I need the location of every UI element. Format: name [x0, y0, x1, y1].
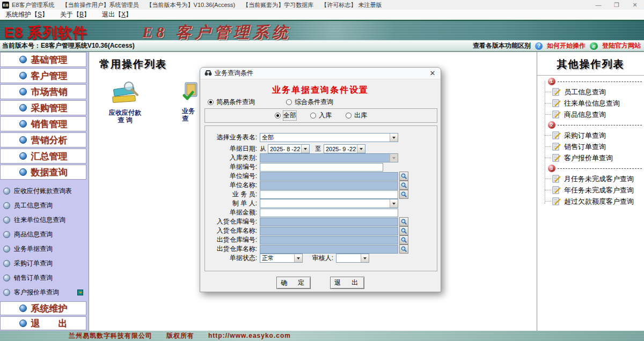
- panel-item-yearly-task-query[interactable]: 年任务未完成客户查询: [544, 184, 644, 196]
- sidebar-item-system-maintenance[interactable]: 系统维护: [0, 301, 86, 315]
- version-bar: 当前版本号：E8客户管理系统V10.36(Access) 查看各版本功能区别 ?…: [0, 41, 644, 52]
- radio-icon: [346, 113, 352, 118]
- dialog-close-icon[interactable]: ✕: [425, 68, 441, 79]
- sidebar-item-data-query[interactable]: 数据查询: [0, 165, 86, 180]
- sidebar-item-label: 数据查询: [31, 166, 68, 179]
- radio-all[interactable]: 全部: [275, 111, 296, 120]
- auditor-select[interactable]: [336, 254, 369, 263]
- sphere-icon: [19, 56, 27, 63]
- salesperson-input[interactable]: [260, 190, 398, 199]
- help-icon[interactable]: ?: [535, 42, 543, 50]
- sidebar-item-label: 客户管理: [31, 70, 68, 82]
- website-icon[interactable]: e: [590, 42, 598, 50]
- doc-number-input[interactable]: [260, 163, 383, 172]
- menu-system-maintenance[interactable]: 系统维护【S】: [5, 10, 48, 19]
- sidebar-item-summary-mgmt[interactable]: 汇总管理: [0, 149, 86, 164]
- date-from-select[interactable]: 2025- 8 -22: [268, 144, 310, 153]
- radio-icon: [286, 99, 292, 105]
- radio-simple-query[interactable]: 简易条件查询: [208, 98, 255, 107]
- group-header-3: 3: [544, 164, 644, 173]
- chevron-down-icon[interactable]: [361, 254, 369, 262]
- subnav-sales-order-query[interactable]: 销售订单查询: [0, 271, 89, 285]
- sidebar-item-exit[interactable]: 退 出: [0, 316, 86, 330]
- chevron-down-icon[interactable]: [301, 145, 309, 153]
- maximize-button[interactable]: ❐: [608, 0, 626, 10]
- lookup-button[interactable]: [399, 217, 408, 226]
- panel-item-purchase-order-query[interactable]: 采购订单查询: [544, 130, 644, 141]
- close-button[interactable]: ✕: [626, 0, 644, 10]
- subnav-label: 应收应付账款查询表: [14, 187, 72, 196]
- sidebar-item-purchasing[interactable]: 采购管理: [0, 100, 86, 115]
- subnav-business-doc-query[interactable]: 业务单据查询: [0, 242, 89, 256]
- sidebar-item-marketing[interactable]: 市场营销: [0, 84, 86, 99]
- panel-item-partner-info-query[interactable]: 往来单位信息查询: [544, 98, 644, 109]
- sidebar-item-customer-mgmt[interactable]: 客户管理: [0, 68, 86, 83]
- lookup-button[interactable]: [399, 235, 408, 244]
- panel-item-label: 超过欠款额度客户查询: [564, 197, 634, 206]
- compare-versions-link[interactable]: 查看各版本功能区别: [473, 41, 531, 50]
- lookup-button[interactable]: [399, 172, 408, 181]
- doc-status-select[interactable]: 正常: [260, 254, 303, 263]
- subnav-product-info-query[interactable]: 商品信息查询: [0, 227, 89, 242]
- inbound-warehouse-code-input[interactable]: [260, 218, 398, 226]
- field-label: 出货仓库名称:: [205, 244, 260, 254]
- panel-item-customer-quote-query[interactable]: 客户报价单查询: [544, 152, 644, 164]
- subnav-purchase-order-query[interactable]: 采购订单查询: [0, 256, 89, 271]
- lookup-button[interactable]: [399, 226, 408, 235]
- radio-inbound[interactable]: 入库: [310, 111, 332, 120]
- sidebar-item-marketing-analysis[interactable]: 营销分析: [0, 132, 86, 147]
- menu-label: 】: [42, 11, 48, 18]
- panel-item-sales-order-query[interactable]: 销售订单查询: [544, 141, 644, 152]
- header-banner: E8 系列软件 E8 客户管理系统: [0, 20, 644, 41]
- query-fields-group: 选择业务表名: 全部 单据日期: 从 2025- 8 -22 至 2025- 9…: [204, 125, 437, 271]
- unit-name-input[interactable]: [260, 181, 398, 190]
- clock-icon: [3, 188, 10, 195]
- clock-icon: [3, 217, 10, 224]
- outbound-warehouse-code-input[interactable]: [260, 236, 398, 244]
- radio-combined-query[interactable]: 综合条件查询: [286, 98, 333, 107]
- panel-item-employee-info-query[interactable]: 员工信息查询: [544, 86, 644, 98]
- app-logo-icon: E8: [2, 2, 9, 9]
- menu-exit[interactable]: 退出【X】: [102, 10, 132, 19]
- chevron-down-icon[interactable]: [294, 254, 302, 262]
- radio-outbound[interactable]: 出库: [346, 111, 367, 120]
- business-table-select[interactable]: 全部: [260, 133, 398, 142]
- date-to-select[interactable]: 2025- 9 -22: [324, 144, 365, 153]
- dropdown-marker-icon[interactable]: [77, 290, 83, 295]
- sidebar-item-basic-mgmt[interactable]: 基础管理: [0, 52, 86, 67]
- radio-icon: [275, 113, 281, 118]
- subnav-receivable-payable-query[interactable]: 应收应付账款查询表: [0, 184, 89, 198]
- number-2-icon: 2: [548, 121, 555, 129]
- subnav-customer-quote-query[interactable]: 客户报价单查询: [0, 285, 89, 300]
- doc-maker-select[interactable]: [260, 199, 398, 208]
- minimize-button[interactable]: —: [589, 0, 608, 10]
- ok-button[interactable]: 确 定: [276, 277, 311, 289]
- sidebar-item-sales-mgmt[interactable]: 销售管理: [0, 116, 86, 131]
- outbound-warehouse-name-input[interactable]: [260, 245, 398, 254]
- how-to-start-link[interactable]: 如何开始操作: [547, 41, 586, 50]
- panel-item-label: 销售订单查询: [564, 142, 606, 152]
- field-label: 入货仓库编号:: [205, 217, 260, 226]
- shortcut-receivable-payable-query[interactable]: 应收应付款 查 询: [104, 80, 147, 124]
- field-label: 业 务 员:: [205, 190, 260, 199]
- chevron-down-icon[interactable]: [357, 145, 365, 153]
- subnav-partner-info-query[interactable]: 往来单位信息查询: [0, 213, 89, 227]
- inbound-warehouse-name-input[interactable]: [260, 227, 398, 235]
- doc-amount-input[interactable]: [260, 209, 398, 217]
- exit-button[interactable]: 退 出: [330, 277, 364, 289]
- lookup-button[interactable]: [399, 244, 408, 254]
- panel-item-over-credit-query[interactable]: 超过欠款额度客户查询: [544, 196, 644, 207]
- chevron-down-icon[interactable]: [390, 199, 398, 207]
- official-site-link[interactable]: 登陆官方网站: [602, 41, 641, 50]
- shortcut-business-doc-query[interactable]: 业务 查: [182, 81, 199, 122]
- subnav-employee-info-query[interactable]: 员工信息查询: [0, 198, 89, 213]
- chevron-down-icon[interactable]: [390, 134, 398, 142]
- panel-item-monthly-task-query[interactable]: 月任务未完成客户查询: [544, 173, 644, 184]
- panel-item-product-info-query[interactable]: 商品信息查询: [544, 109, 644, 120]
- lookup-button[interactable]: [399, 190, 408, 199]
- unit-code-input[interactable]: [260, 172, 398, 181]
- brand-title: E8 系列软件: [4, 23, 88, 42]
- lookup-button[interactable]: [399, 181, 408, 190]
- dialog-title: 业务查询条件: [215, 69, 253, 78]
- menu-about[interactable]: 关于【B】: [60, 10, 90, 19]
